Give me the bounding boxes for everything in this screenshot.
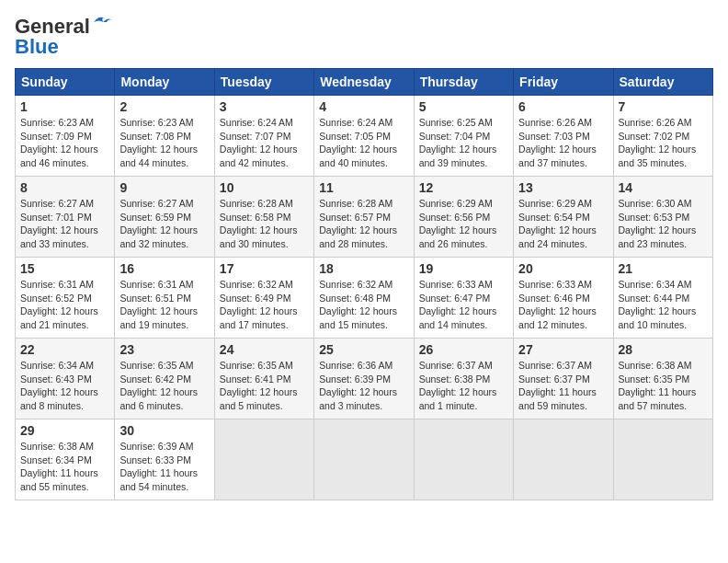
calendar-day-24: 24Sunrise: 6:35 AMSunset: 6:41 PMDayligh… <box>214 339 313 419</box>
day-number: 3 <box>220 99 309 114</box>
day-number: 21 <box>619 261 708 276</box>
day-detail: Sunrise: 6:26 AMSunset: 7:03 PMDaylight:… <box>518 117 597 168</box>
day-number: 23 <box>119 342 209 357</box>
page-header: General Blue <box>15 15 713 59</box>
weekday-header-monday: Monday <box>115 69 214 96</box>
day-detail: Sunrise: 6:34 AMSunset: 6:44 PMDaylight:… <box>619 279 697 330</box>
calendar-day-empty <box>514 419 613 500</box>
calendar-day-empty <box>214 419 313 500</box>
day-number: 13 <box>518 180 608 195</box>
day-number: 28 <box>619 342 708 357</box>
day-number: 24 <box>220 342 309 357</box>
calendar-day-empty <box>613 419 712 500</box>
calendar-table: SundayMondayTuesdayWednesdayThursdayFrid… <box>15 68 713 500</box>
day-detail: Sunrise: 6:30 AMSunset: 6:53 PMDaylight:… <box>619 198 697 249</box>
day-number: 17 <box>220 261 309 276</box>
calendar-day-30: 30Sunrise: 6:39 AMSunset: 6:33 PMDayligh… <box>115 419 214 500</box>
calendar-day-21: 21Sunrise: 6:34 AMSunset: 6:44 PMDayligh… <box>613 258 712 339</box>
day-detail: Sunrise: 6:23 AMSunset: 7:08 PMDaylight:… <box>119 117 198 168</box>
day-number: 26 <box>419 342 508 357</box>
day-number: 30 <box>119 423 209 438</box>
day-detail: Sunrise: 6:35 AMSunset: 6:41 PMDaylight:… <box>220 360 298 411</box>
logo-blue: Blue <box>15 35 59 59</box>
calendar-week-row: 29Sunrise: 6:38 AMSunset: 6:34 PMDayligh… <box>16 419 713 500</box>
calendar-week-row: 22Sunrise: 6:34 AMSunset: 6:43 PMDayligh… <box>16 339 713 419</box>
calendar-day-empty <box>314 419 414 500</box>
calendar-day-6: 6Sunrise: 6:26 AMSunset: 7:03 PMDaylight… <box>514 96 613 177</box>
day-detail: Sunrise: 6:39 AMSunset: 6:33 PMDaylight:… <box>119 441 198 492</box>
calendar-day-19: 19Sunrise: 6:33 AMSunset: 6:47 PMDayligh… <box>414 258 513 339</box>
calendar-day-13: 13Sunrise: 6:29 AMSunset: 6:54 PMDayligh… <box>514 177 613 258</box>
day-detail: Sunrise: 6:37 AMSunset: 6:38 PMDaylight:… <box>419 360 497 411</box>
calendar-day-8: 8Sunrise: 6:27 AMSunset: 7:01 PMDaylight… <box>16 177 115 258</box>
day-number: 9 <box>119 180 209 195</box>
weekday-header-thursday: Thursday <box>414 69 513 96</box>
day-detail: Sunrise: 6:31 AMSunset: 6:52 PMDaylight:… <box>20 279 98 330</box>
day-detail: Sunrise: 6:28 AMSunset: 6:57 PMDaylight:… <box>319 198 397 249</box>
weekday-header-saturday: Saturday <box>613 69 712 96</box>
calendar-day-9: 9Sunrise: 6:27 AMSunset: 6:59 PMDaylight… <box>115 177 214 258</box>
day-detail: Sunrise: 6:24 AMSunset: 7:05 PMDaylight:… <box>319 117 397 168</box>
day-number: 25 <box>319 342 408 357</box>
day-number: 14 <box>619 180 708 195</box>
calendar-day-22: 22Sunrise: 6:34 AMSunset: 6:43 PMDayligh… <box>16 339 115 419</box>
day-detail: Sunrise: 6:29 AMSunset: 6:56 PMDaylight:… <box>419 198 497 249</box>
calendar-day-23: 23Sunrise: 6:35 AMSunset: 6:42 PMDayligh… <box>115 339 214 419</box>
day-number: 1 <box>20 99 109 114</box>
calendar-day-10: 10Sunrise: 6:28 AMSunset: 6:58 PMDayligh… <box>214 177 313 258</box>
calendar-day-29: 29Sunrise: 6:38 AMSunset: 6:34 PMDayligh… <box>16 419 115 500</box>
calendar-day-26: 26Sunrise: 6:37 AMSunset: 6:38 PMDayligh… <box>414 339 513 419</box>
day-number: 2 <box>119 99 209 114</box>
calendar-week-row: 8Sunrise: 6:27 AMSunset: 7:01 PMDaylight… <box>16 177 713 258</box>
day-detail: Sunrise: 6:33 AMSunset: 6:46 PMDaylight:… <box>518 279 597 330</box>
day-number: 16 <box>119 261 209 276</box>
calendar-day-28: 28Sunrise: 6:38 AMSunset: 6:35 PMDayligh… <box>613 339 712 419</box>
calendar-day-18: 18Sunrise: 6:32 AMSunset: 6:48 PMDayligh… <box>314 258 414 339</box>
day-detail: Sunrise: 6:36 AMSunset: 6:39 PMDaylight:… <box>319 360 397 411</box>
day-number: 20 <box>518 261 608 276</box>
day-detail: Sunrise: 6:32 AMSunset: 6:48 PMDaylight:… <box>319 279 397 330</box>
calendar-day-11: 11Sunrise: 6:28 AMSunset: 6:57 PMDayligh… <box>314 177 414 258</box>
day-number: 4 <box>319 99 408 114</box>
day-detail: Sunrise: 6:35 AMSunset: 6:42 PMDaylight:… <box>119 360 198 411</box>
weekday-header-friday: Friday <box>514 69 613 96</box>
calendar-day-2: 2Sunrise: 6:23 AMSunset: 7:08 PMDaylight… <box>115 96 214 177</box>
day-number: 8 <box>20 180 109 195</box>
day-number: 5 <box>419 99 508 114</box>
day-number: 7 <box>619 99 708 114</box>
calendar-day-1: 1Sunrise: 6:23 AMSunset: 7:09 PMDaylight… <box>16 96 115 177</box>
day-number: 11 <box>319 180 408 195</box>
calendar-day-25: 25Sunrise: 6:36 AMSunset: 6:39 PMDayligh… <box>314 339 414 419</box>
day-number: 27 <box>518 342 608 357</box>
weekday-header-row: SundayMondayTuesdayWednesdayThursdayFrid… <box>16 69 713 96</box>
day-number: 19 <box>419 261 508 276</box>
day-detail: Sunrise: 6:33 AMSunset: 6:47 PMDaylight:… <box>419 279 497 330</box>
day-detail: Sunrise: 6:38 AMSunset: 6:34 PMDaylight:… <box>20 441 98 492</box>
weekday-header-sunday: Sunday <box>16 69 115 96</box>
day-detail: Sunrise: 6:28 AMSunset: 6:58 PMDaylight:… <box>220 198 298 249</box>
day-detail: Sunrise: 6:37 AMSunset: 6:37 PMDaylight:… <box>518 360 597 411</box>
day-number: 10 <box>220 180 309 195</box>
day-number: 18 <box>319 261 408 276</box>
day-number: 6 <box>518 99 608 114</box>
calendar-day-20: 20Sunrise: 6:33 AMSunset: 6:46 PMDayligh… <box>514 258 613 339</box>
calendar-week-row: 1Sunrise: 6:23 AMSunset: 7:09 PMDaylight… <box>16 96 713 177</box>
day-number: 15 <box>20 261 109 276</box>
day-detail: Sunrise: 6:38 AMSunset: 6:35 PMDaylight:… <box>619 360 697 411</box>
weekday-header-wednesday: Wednesday <box>314 69 414 96</box>
calendar-day-3: 3Sunrise: 6:24 AMSunset: 7:07 PMDaylight… <box>214 96 313 177</box>
calendar-day-4: 4Sunrise: 6:24 AMSunset: 7:05 PMDaylight… <box>314 96 414 177</box>
day-detail: Sunrise: 6:23 AMSunset: 7:09 PMDaylight:… <box>20 117 98 168</box>
day-number: 22 <box>20 342 109 357</box>
calendar-day-12: 12Sunrise: 6:29 AMSunset: 6:56 PMDayligh… <box>414 177 513 258</box>
calendar-week-row: 15Sunrise: 6:31 AMSunset: 6:52 PMDayligh… <box>16 258 713 339</box>
calendar-day-7: 7Sunrise: 6:26 AMSunset: 7:02 PMDaylight… <box>613 96 712 177</box>
calendar-day-5: 5Sunrise: 6:25 AMSunset: 7:04 PMDaylight… <box>414 96 513 177</box>
day-detail: Sunrise: 6:26 AMSunset: 7:02 PMDaylight:… <box>619 117 697 168</box>
calendar-day-empty <box>414 419 513 500</box>
calendar-day-17: 17Sunrise: 6:32 AMSunset: 6:49 PMDayligh… <box>214 258 313 339</box>
day-number: 12 <box>419 180 508 195</box>
day-detail: Sunrise: 6:27 AMSunset: 7:01 PMDaylight:… <box>20 198 98 249</box>
day-detail: Sunrise: 6:24 AMSunset: 7:07 PMDaylight:… <box>220 117 298 168</box>
day-number: 29 <box>20 423 109 438</box>
